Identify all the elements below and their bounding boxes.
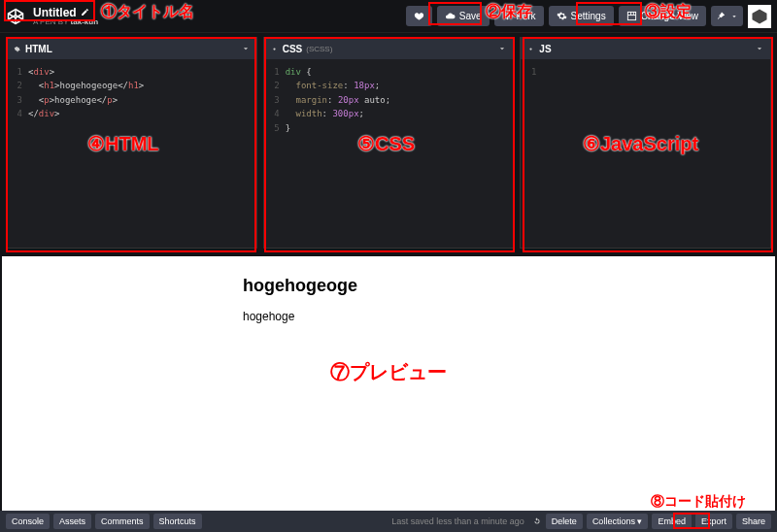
delete-button[interactable]: Delete <box>546 514 583 529</box>
comments-button[interactable]: Comments <box>95 514 150 529</box>
fork-icon <box>502 11 513 21</box>
settings-button[interactable]: Settings <box>549 6 614 26</box>
svg-point-12 <box>273 48 275 50</box>
editor-css-title: CSS <box>283 44 303 54</box>
love-button[interactable] <box>406 6 432 26</box>
fork-label: Fork <box>517 11 536 21</box>
editor-js[interactable]: JS 1 <box>520 37 771 249</box>
svg-marker-10 <box>753 9 767 23</box>
js-code-area[interactable]: 1 <box>521 59 770 84</box>
gear-icon[interactable] <box>13 45 21 53</box>
gear-icon <box>557 11 567 21</box>
preview-content: hogehogeoge hogehoge <box>243 256 534 323</box>
svg-point-3 <box>503 12 505 14</box>
header: Untitled A PEN BY tak-kun Save Fork <box>0 0 777 33</box>
editor-html-title: HTML <box>25 44 52 54</box>
svg-point-4 <box>509 12 511 14</box>
editor-js-header: JS <box>521 38 770 59</box>
console-button[interactable]: Console <box>6 514 50 529</box>
editor-js-title: JS <box>539 44 551 54</box>
chevron-down-icon[interactable] <box>241 44 251 53</box>
export-button[interactable]: Export <box>695 514 732 529</box>
chevron-down-icon <box>730 13 738 20</box>
editor-css[interactable]: CSS (SCSS) 1div { 2 font-size: 18px; 3 m… <box>263 37 515 249</box>
editors-row: HTML 1<div> 2 <h1>hogehogeoge</h1> 3 <p>… <box>0 33 777 252</box>
codepen-logo-icon <box>6 7 25 26</box>
title-block: Untitled A PEN BY tak-kun <box>33 7 98 26</box>
pen-author-line: A PEN BY tak-kun <box>33 18 98 26</box>
preview-paragraph: hogehoge <box>243 310 534 323</box>
svg-point-13 <box>530 48 532 50</box>
header-actions: Save Fork Settings Change View <box>406 5 771 28</box>
changeview-label: Change View <box>641 11 698 21</box>
editor-css-sub: (SCSS) <box>306 45 332 53</box>
gear-icon[interactable] <box>270 45 279 53</box>
chevron-down-icon: ▾ <box>637 516 642 526</box>
html-code-area[interactable]: 1<div> 2 <h1>hogehogeoge</h1> 3 <p>hogeh… <box>7 59 256 127</box>
shortcuts-button[interactable]: Shortcuts <box>153 514 202 529</box>
pin-button[interactable] <box>711 6 743 26</box>
editor-html[interactable]: HTML 1<div> 2 <h1>hogehogeoge</h1> 3 <p>… <box>6 37 257 249</box>
collections-button[interactable]: Collections ▾ <box>587 514 649 529</box>
svg-point-5 <box>506 17 508 19</box>
embed-button[interactable]: Embed <box>652 514 692 529</box>
refresh-icon[interactable] <box>532 516 542 526</box>
change-view-button[interactable]: Change View <box>619 6 706 26</box>
save-button[interactable]: Save <box>437 6 490 26</box>
heart-icon <box>414 11 424 21</box>
gear-icon[interactable] <box>526 45 535 53</box>
chevron-down-icon[interactable] <box>755 44 764 53</box>
editor-css-header: CSS (SCSS) <box>264 38 514 59</box>
pin-icon <box>716 11 726 21</box>
fork-button[interactable]: Fork <box>494 6 544 26</box>
layout-icon <box>626 11 637 21</box>
assets-button[interactable]: Assets <box>53 514 91 529</box>
edit-title-icon[interactable] <box>81 8 89 17</box>
settings-label: Settings <box>571 11 606 21</box>
avatar[interactable] <box>748 5 771 28</box>
svg-rect-6 <box>627 12 635 19</box>
preview-pane: hogehogeoge hogehoge <box>2 256 775 511</box>
preview-heading: hogehogeoge <box>243 276 534 296</box>
footer: Console Assets Comments Shortcuts Last s… <box>0 511 777 532</box>
save-status: Last saved less than a minute ago <box>391 516 524 526</box>
share-button[interactable]: Share <box>736 514 771 529</box>
chevron-down-icon[interactable] <box>497 44 507 53</box>
cloud-icon <box>445 11 456 21</box>
save-label: Save <box>459 11 482 21</box>
editor-html-header: HTML <box>7 38 256 59</box>
css-code-area[interactable]: 1div { 2 font-size: 18px; 3 margin: 20px… <box>264 59 514 141</box>
